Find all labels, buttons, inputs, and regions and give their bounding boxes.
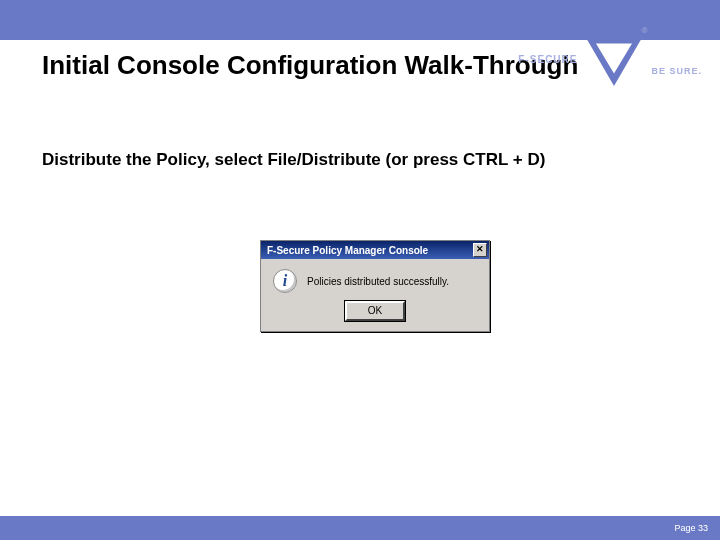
brand-logo: F-SECURE ® BE SURE. xyxy=(518,30,702,88)
close-icon: ✕ xyxy=(476,244,484,254)
dialog-titlebar[interactable]: F-Secure Policy Manager Console ✕ xyxy=(261,241,489,259)
close-button[interactable]: ✕ xyxy=(473,243,487,257)
slide: Initial Console Configuration Walk-Throu… xyxy=(0,0,720,540)
info-icon: i xyxy=(273,269,297,293)
dialog-body: i Policies distributed successfully. xyxy=(261,259,489,297)
brand-tagline: BE SURE. xyxy=(651,66,702,76)
title-wrap: Initial Console Configuration Walk-Throu… xyxy=(42,50,578,81)
registered-mark: ® xyxy=(642,26,648,35)
brand-triangle-icon: ® xyxy=(585,30,643,88)
ok-button[interactable]: OK xyxy=(345,301,405,321)
brand-name: F-SECURE xyxy=(518,54,577,65)
info-dialog: F-Secure Policy Manager Console ✕ i Poli… xyxy=(260,240,490,332)
footer-band: Page 33 xyxy=(0,516,720,540)
dialog-button-row: OK xyxy=(261,297,489,331)
dialog-title: F-Secure Policy Manager Console xyxy=(267,245,428,256)
slide-title: Initial Console Configuration Walk-Throu… xyxy=(42,50,578,81)
dialog-message: Policies distributed successfully. xyxy=(307,276,449,287)
instruction-text: Distribute the Policy, select File/Distr… xyxy=(42,150,545,170)
page-number: Page 33 xyxy=(674,523,708,533)
